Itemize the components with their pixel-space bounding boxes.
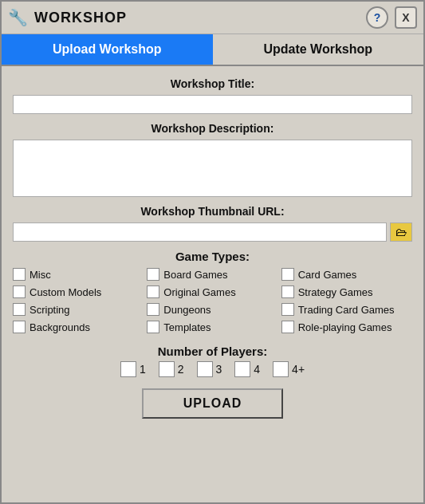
- checkbox-card-games-label: Card Games: [298, 269, 357, 281]
- checkbox-templates-input[interactable]: [147, 321, 159, 333]
- player-4plus-checkbox[interactable]: [273, 361, 289, 377]
- player-4-label: 4: [254, 363, 260, 376]
- player-3-label: 3: [216, 363, 222, 376]
- checkbox-dungeons-label: Dungeons: [163, 304, 211, 316]
- title-bar: 🔧 WORKSHOP ? X: [2, 2, 423, 34]
- checkbox-role-playing-games-input[interactable]: [281, 321, 294, 333]
- upload-btn-container: UPLOAD: [13, 388, 412, 419]
- checkbox-original-games-label: Original Games: [163, 286, 235, 298]
- checkbox-trading-card-games: Trading Card Games: [281, 303, 412, 316]
- player-3-item: 3: [197, 361, 222, 377]
- players-section: Number of Players: 1 2 3 4: [13, 341, 412, 377]
- wrench-icon: 🔧: [8, 8, 28, 27]
- checkbox-dungeons-input[interactable]: [147, 303, 159, 316]
- window-title: WORKSHOP: [34, 10, 360, 26]
- players-label: Number of Players:: [13, 345, 412, 358]
- checkbox-scripting-label: Scripting: [30, 304, 70, 316]
- checkbox-original-games-input[interactable]: [147, 285, 159, 298]
- checkbox-backgrounds: Backgrounds: [13, 321, 144, 333]
- player-2-item: 2: [159, 361, 184, 377]
- workshop-window: 🔧 WORKSHOP ? X Upload Workshop Update Wo…: [0, 0, 425, 504]
- checkbox-trading-card-games-input[interactable]: [281, 303, 294, 316]
- checkbox-board-games-label: Board Games: [163, 269, 227, 281]
- checkbox-misc-label: Misc: [30, 269, 51, 281]
- checkbox-custom-models-label: Custom Models: [30, 286, 101, 298]
- checkbox-board-games-input[interactable]: [147, 268, 159, 281]
- checkbox-scripting: Scripting: [13, 303, 144, 316]
- player-4-checkbox[interactable]: [234, 361, 250, 377]
- checkbox-custom-models-input[interactable]: [13, 285, 26, 298]
- tabs: Upload Workshop Update Workshop: [2, 34, 423, 66]
- tab-upload[interactable]: Upload Workshop: [2, 34, 213, 65]
- tab-update[interactable]: Update Workshop: [213, 34, 424, 65]
- checkbox-custom-models: Custom Models: [13, 285, 144, 298]
- player-4-item: 4: [234, 361, 260, 377]
- game-types-label: Game Types:: [13, 250, 412, 263]
- players-row: 1 2 3 4 4+: [13, 361, 412, 377]
- description-input[interactable]: [13, 140, 412, 197]
- folder-button[interactable]: 🗁: [390, 222, 412, 242]
- main-content: Workshop Title: Workshop Description: Wo…: [2, 66, 423, 502]
- checkbox-strategy-games-input[interactable]: [281, 285, 294, 298]
- checkbox-misc: Misc: [13, 268, 144, 281]
- thumbnail-input[interactable]: [13, 222, 387, 242]
- checkbox-trading-card-games-label: Trading Card Games: [298, 304, 395, 316]
- checkbox-role-playing-games-label: Role-playing Games: [298, 321, 392, 333]
- checkbox-templates-label: Templates: [163, 321, 211, 333]
- checkbox-card-games: Card Games: [281, 268, 412, 281]
- player-3-checkbox[interactable]: [197, 361, 213, 377]
- thumbnail-row: 🗁: [13, 222, 412, 242]
- folder-icon: 🗁: [395, 226, 407, 238]
- checkbox-backgrounds-input[interactable]: [13, 321, 26, 333]
- title-input[interactable]: [13, 95, 412, 114]
- checkbox-dungeons: Dungeons: [147, 303, 277, 316]
- checkbox-scripting-input[interactable]: [13, 303, 26, 316]
- player-1-item: 1: [120, 361, 146, 377]
- player-1-label: 1: [140, 363, 146, 376]
- checkbox-misc-input[interactable]: [13, 268, 26, 281]
- description-label: Workshop Description:: [13, 122, 412, 135]
- checkbox-templates: Templates: [147, 321, 277, 333]
- thumbnail-label: Workshop Thumbnail URL:: [13, 205, 412, 218]
- checkbox-backgrounds-label: Backgrounds: [30, 321, 90, 333]
- player-2-label: 2: [178, 363, 184, 376]
- checkbox-card-games-input[interactable]: [281, 268, 294, 281]
- player-4plus-label: 4+: [292, 363, 305, 376]
- player-4plus-item: 4+: [273, 361, 305, 377]
- game-types-grid: Misc Board Games Card Games Custom Model…: [13, 268, 412, 333]
- close-button[interactable]: X: [395, 6, 417, 29]
- checkbox-strategy-games-label: Strategy Games: [298, 286, 373, 298]
- upload-button[interactable]: UPLOAD: [142, 388, 284, 419]
- player-1-checkbox[interactable]: [120, 361, 136, 377]
- title-label: Workshop Title:: [13, 77, 412, 90]
- checkbox-board-games: Board Games: [147, 268, 277, 281]
- checkbox-role-playing-games: Role-playing Games: [281, 321, 412, 333]
- player-2-checkbox[interactable]: [159, 361, 175, 377]
- help-button[interactable]: ?: [366, 6, 388, 29]
- checkbox-strategy-games: Strategy Games: [281, 285, 412, 298]
- checkbox-original-games: Original Games: [147, 285, 277, 298]
